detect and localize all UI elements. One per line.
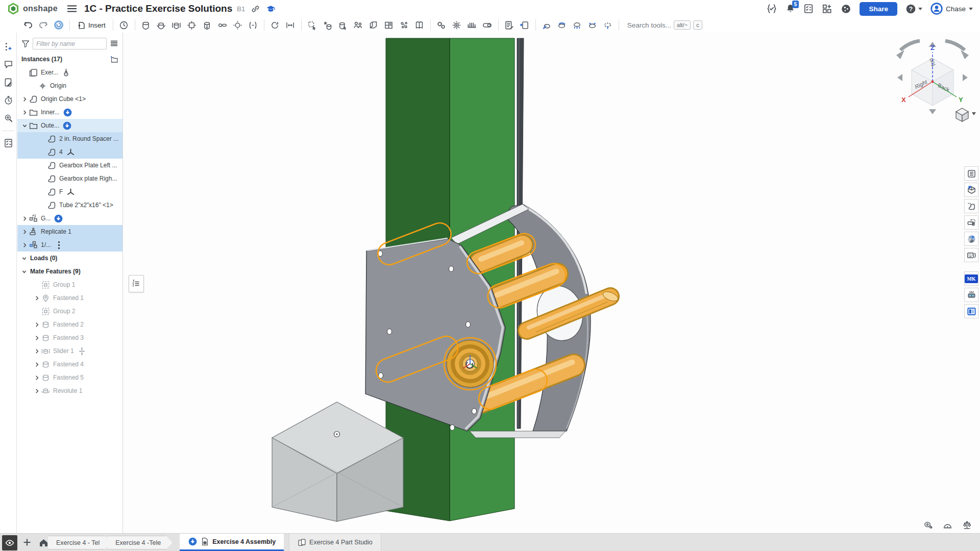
bot-addon-panel-button[interactable]	[964, 288, 978, 302]
chevron-right-icon[interactable]	[20, 96, 29, 102]
rotate-left-arrow[interactable]	[900, 41, 920, 50]
view-menu-caret-icon[interactable]	[972, 112, 976, 115]
sync-update-button[interactable]	[52, 19, 65, 31]
graphics-area[interactable]: Top Right Back Z X Y MK	[124, 33, 980, 533]
revolute-mate-button[interactable]	[155, 19, 168, 31]
appearance-pinwheel-panel-button[interactable]	[964, 232, 978, 246]
mates-header-row[interactable]: Mate Features (9)	[17, 265, 122, 278]
gear-relation-button[interactable]	[450, 19, 463, 31]
instance-structure-button[interactable]	[2, 40, 15, 53]
in-context-edit-button[interactable]	[321, 19, 334, 31]
instance-row[interactable]: 1/...	[17, 238, 122, 252]
frame-selection-panel-button[interactable]	[964, 215, 978, 230]
rotate-ccw-arrow[interactable]	[963, 74, 968, 81]
tasks-icon[interactable]	[803, 4, 814, 14]
add-folder-icon[interactable]	[110, 56, 118, 63]
collaborate-button[interactable]	[352, 19, 365, 31]
snapshot-views-button[interactable]	[571, 19, 584, 31]
rotate-right-arrow[interactable]	[945, 41, 965, 50]
isometric-view-button[interactable]	[956, 108, 976, 121]
measure-angle-button[interactable]	[941, 519, 953, 531]
translate-limits-button[interactable]	[284, 19, 297, 31]
animate-view-button[interactable]	[555, 19, 569, 31]
insert-button[interactable]: Insert	[73, 20, 110, 31]
hamburger-menu-icon[interactable]	[67, 5, 77, 13]
instance-row[interactable]: Tube 2"x2"x16" <1>	[17, 198, 122, 212]
instance-row[interactable]: Replicate 1	[17, 225, 122, 238]
mate-connector-clock-button[interactable]	[117, 19, 131, 31]
learning-cap-icon[interactable]	[266, 5, 276, 13]
down-circle-icon[interactable]	[63, 108, 72, 117]
mate-row[interactable]: Group 1	[17, 278, 122, 291]
mate-row[interactable]: Fastened 2	[17, 318, 122, 331]
versions-code-icon[interactable]	[766, 4, 777, 14]
redo-button[interactable]	[37, 19, 50, 31]
named-view-window-button[interactable]	[382, 19, 396, 31]
relations-gears-button[interactable]	[435, 19, 448, 31]
instance-row[interactable]: G...	[17, 212, 122, 225]
task-checklist-button[interactable]	[2, 136, 15, 149]
down-circle-icon[interactable]	[54, 214, 63, 223]
planar-mate-button[interactable]	[185, 19, 199, 31]
pin-slot-mate-button[interactable]	[216, 19, 229, 31]
rack-relation-button[interactable]	[465, 19, 479, 31]
transform-select-button[interactable]	[306, 19, 319, 31]
chevron-right-icon[interactable]	[33, 388, 41, 394]
measure-mass-button[interactable]	[961, 519, 973, 531]
fastened-mate-button[interactable]	[139, 19, 153, 31]
tab-exercise-4-part-studio[interactable]: Exercise 4 Part Studio	[289, 534, 381, 551]
chevron-right-icon[interactable]	[20, 110, 29, 115]
instance-row[interactable]: 2 in. Round Spacer ...	[17, 132, 122, 145]
instance-row[interactable]: 4	[17, 145, 122, 159]
instance-row[interactable]: Origin	[17, 79, 122, 92]
mate-row[interactable]: Group 2	[17, 305, 122, 318]
tab-exercise-4-assembly[interactable]: Exercise 4 Assembly	[180, 534, 284, 551]
chevron-right-icon[interactable]	[33, 362, 41, 367]
mate-row[interactable]: Fastened 3	[17, 331, 122, 344]
spotlight-search-button[interactable]	[2, 111, 15, 124]
onshape-logo[interactable]: onshape	[7, 3, 58, 15]
instance-row[interactable]: Origin Cube <1>	[17, 92, 122, 106]
undo-button[interactable]	[21, 19, 35, 31]
instance-row[interactable]: Gearbox plate Righ...	[17, 172, 122, 185]
cylindrical-mate-button[interactable]	[201, 19, 214, 31]
resource-globe-icon[interactable]	[841, 4, 851, 14]
view-cube[interactable]: Top Right Back Z X Y	[889, 37, 976, 122]
toggle-switch-button[interactable]	[481, 19, 494, 31]
instance-row[interactable]: Inner...	[17, 106, 122, 119]
mate-row[interactable]: Revolute 1	[17, 384, 122, 397]
version-badge[interactable]: B1	[237, 5, 245, 13]
rotate-cw-arrow[interactable]	[897, 74, 902, 81]
mk-addon-panel-button[interactable]: MK	[964, 271, 978, 286]
instance-row[interactable]: Gearbox Plate Left ...	[17, 159, 122, 172]
tree-collapse-button[interactable]	[129, 275, 144, 292]
notifications-bell-icon[interactable]: 5	[786, 4, 795, 14]
loads-header-row[interactable]: Loads (0)	[17, 252, 122, 265]
shortcut-keys-panel-button[interactable]	[964, 248, 978, 262]
rotate-tool-button[interactable]	[268, 19, 282, 31]
mate-row[interactable]: Slider 1	[17, 344, 122, 358]
derived-part-panel-button[interactable]	[964, 199, 978, 213]
display-states-button[interactable]	[601, 19, 615, 31]
link-icon[interactable]	[251, 5, 260, 13]
comments-button[interactable]	[2, 58, 15, 71]
search-tools[interactable]: Search tools... alt/~ c	[627, 20, 702, 30]
chevron-right-icon[interactable]	[20, 242, 29, 248]
exploded-views-button[interactable]	[540, 19, 553, 31]
mate-row[interactable]: Fastened 4	[17, 358, 122, 371]
chevron-right-icon[interactable]	[20, 229, 29, 235]
chevron-right-icon[interactable]	[33, 335, 41, 341]
down-circle-icon[interactable]	[62, 121, 72, 131]
add-tab-button[interactable]	[19, 534, 35, 551]
instance-row[interactable]: Oute...	[17, 119, 122, 132]
assembly-3d-scene[interactable]	[124, 33, 980, 533]
chevron-right-icon[interactable]	[33, 375, 41, 381]
filter-funnel-icon[interactable]	[21, 40, 30, 47]
edit-in-place-button[interactable]	[336, 19, 350, 31]
tab-exercise-4-tele[interactable]: Exercise 4 -Tele	[107, 536, 173, 549]
instance-row[interactable]: Exer...	[17, 66, 122, 79]
tilt-down-arrow[interactable]	[929, 109, 936, 114]
chevron-right-icon[interactable]	[33, 322, 41, 328]
help-menu[interactable]: ?	[905, 4, 922, 14]
filter-input[interactable]	[33, 38, 107, 49]
